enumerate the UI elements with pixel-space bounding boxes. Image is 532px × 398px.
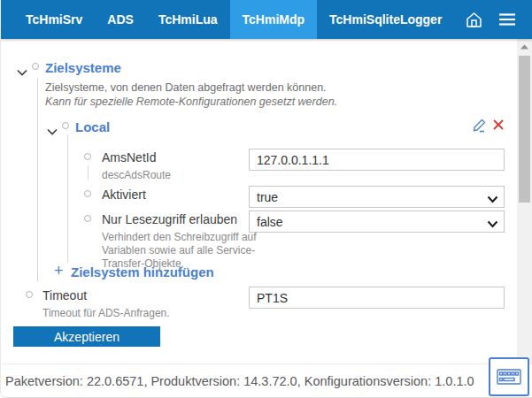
- tree-guide-zielsysteme: [37, 78, 38, 281]
- amsnetid-description: descAdsRoute: [102, 169, 171, 181]
- timeout-input[interactable]: [249, 287, 505, 309]
- status-bar: Paketversion: 22.0.6571, Produktversion:…: [1, 364, 532, 397]
- amsnetid-label: AmsNetId: [102, 150, 156, 165]
- tab-tchmisqlitelogger[interactable]: TcHmiSqliteLogger: [317, 0, 454, 39]
- nur-lesezugriff-label: Nur Lesezugriff erlauben: [102, 212, 237, 226]
- tchmi-config-window: TcHmiSrv ADS TcHmiLua TcHmiMdp TcHmiSqli…: [0, 0, 532, 398]
- nav-right-icons: [457, 0, 532, 39]
- nur-lesezugriff-select[interactable]: false: [249, 210, 505, 233]
- scrollbar-thumb[interactable]: [519, 56, 530, 203]
- state-circle-icon: [84, 215, 91, 222]
- top-navbar: TcHmiSrv ADS TcHmiLua TcHmiMdp TcHmiSqli…: [1, 0, 532, 39]
- tab-tchmilua[interactable]: TcHmiLua: [146, 0, 230, 39]
- tab-tchmimdp[interactable]: TcHmiMdp: [230, 0, 318, 39]
- timeout-label: Timeout: [42, 288, 87, 302]
- aktiviert-select-wrap: true: [249, 186, 505, 208]
- tab-tchmisrv[interactable]: TcHmiSrv: [13, 0, 95, 39]
- state-circle-icon: [32, 63, 39, 70]
- edit-pencil-icon[interactable]: [472, 118, 488, 133]
- aktiviert-label: Aktiviert: [102, 188, 146, 202]
- home-icon[interactable]: [457, 0, 490, 39]
- tree-guide-amsnetid: [88, 165, 89, 180]
- zielsysteme-node-label[interactable]: Zielsysteme: [45, 60, 121, 75]
- chevron-down-icon[interactable]: [17, 64, 27, 80]
- tree-guide-local: [67, 134, 68, 263]
- amsnetid-input[interactable]: [249, 149, 505, 171]
- state-circle-icon: [84, 153, 91, 160]
- add-zielsystem-link[interactable]: Zielsystem hinzufügen: [71, 264, 214, 279]
- state-circle-icon: [62, 122, 69, 129]
- aktiviert-select[interactable]: true: [249, 186, 505, 208]
- local-node-label[interactable]: Local: [75, 119, 110, 134]
- zielsysteme-note: Kann für spezielle Remote-Konfiguratione…: [45, 96, 337, 108]
- plus-icon[interactable]: +: [54, 262, 64, 280]
- tab-ads[interactable]: ADS: [95, 0, 146, 39]
- config-content: Zielsysteme Zielsysteme, von denen Daten…: [1, 39, 518, 364]
- menu-icon[interactable]: [490, 0, 524, 39]
- virtual-keyboard-button[interactable]: [489, 357, 529, 396]
- nav-tabs: TcHmiSrv ADS TcHmiLua TcHmiMdp TcHmiSqli…: [1, 0, 454, 39]
- chevron-down-icon[interactable]: [47, 123, 58, 139]
- nur-lesezugriff-select-wrap: false: [249, 210, 505, 233]
- zielsysteme-description: Zielsysteme, von denen Daten abgefragt w…: [45, 81, 327, 94]
- state-circle-icon: [84, 190, 91, 197]
- version-info-text: Paketversion: 22.0.6571, Produktversion:…: [5, 374, 474, 388]
- keyboard-icon: [497, 369, 521, 385]
- vertical-scrollbar[interactable]: [517, 39, 532, 364]
- scroll-up-arrow-icon[interactable]: [517, 39, 532, 54]
- akzeptieren-button[interactable]: Akzeptieren: [13, 326, 160, 347]
- state-circle-icon: [26, 291, 33, 298]
- timeout-description: Timeout für ADS-Anfragen.: [42, 307, 170, 319]
- delete-x-icon[interactable]: [492, 119, 505, 131]
